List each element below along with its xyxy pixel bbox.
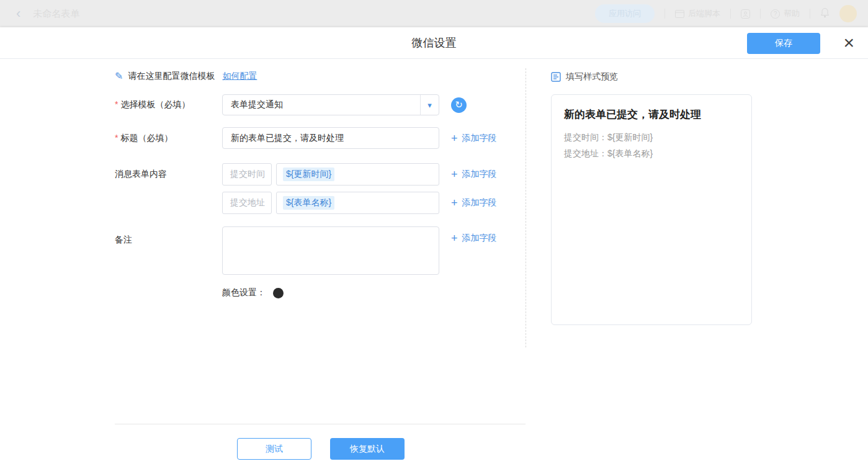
content-key-box: 提交时间 xyxy=(222,163,272,186)
field-token: ${表单名称} xyxy=(283,196,334,210)
content-row-1: 消息表单内容 提交时间 ${更新时间} + 添加字段 xyxy=(115,163,497,186)
add-field-link[interactable]: + 添加字段 xyxy=(451,233,497,244)
plus-icon: + xyxy=(451,133,458,144)
page-title: 微信设置 xyxy=(0,27,868,59)
plus-icon: + xyxy=(451,197,458,208)
remark-label: 备注 xyxy=(115,226,222,246)
restore-default-button[interactable]: 恢复默认 xyxy=(330,438,405,460)
required-mark: * xyxy=(115,133,118,143)
test-button[interactable]: 测试 xyxy=(237,438,311,460)
add-field-link[interactable]: + 添加字段 xyxy=(451,197,497,208)
save-button[interactable]: 保存 xyxy=(747,33,820,54)
chevron-down-icon[interactable]: ▾ xyxy=(420,95,439,115)
content-value-input[interactable]: ${表单名称} xyxy=(276,192,439,214)
user-icon xyxy=(741,9,750,19)
template-select-value: 表单提交通知 xyxy=(223,99,420,110)
title-row: *标题（必填） + 添加字段 xyxy=(115,127,497,149)
config-hint-row: ✎ 请在这里配置微信模板 如何配置 xyxy=(115,70,257,82)
bell-icon[interactable] xyxy=(820,7,830,20)
close-icon[interactable]: × xyxy=(843,31,854,55)
divider xyxy=(664,9,665,19)
bottom-divider xyxy=(115,424,526,424)
app-access-button[interactable]: 应用访问 xyxy=(595,4,655,23)
content-section-label: 消息表单内容 xyxy=(115,169,222,180)
title-label: *标题（必填） xyxy=(115,133,222,144)
backend-script-label: 后端脚本 xyxy=(688,8,720,19)
plus-icon: + xyxy=(451,233,458,244)
add-field-link[interactable]: + 添加字段 xyxy=(451,133,497,144)
template-label: *选择模板（必填） xyxy=(115,99,222,110)
add-field-link[interactable]: + 添加字段 xyxy=(451,169,497,180)
pencil-icon: ✎ xyxy=(115,70,123,82)
title-input[interactable] xyxy=(222,127,439,149)
config-hint-text: 请在这里配置微信模板 xyxy=(128,71,215,82)
vertical-dashed-divider xyxy=(526,68,526,347)
preview-line: 提交地址：${表单名称} xyxy=(564,145,739,161)
required-mark: * xyxy=(115,99,118,109)
title-label-text: 标题（必填） xyxy=(120,133,172,143)
question-icon: ? xyxy=(771,9,780,19)
divider xyxy=(730,9,731,19)
preview-header-label: 填写样式预览 xyxy=(566,71,618,83)
divider xyxy=(810,9,810,19)
preview-doc-icon xyxy=(551,72,561,82)
template-row: *选择模板（必填） 表单提交通知 ▾ ↻ xyxy=(115,94,467,115)
field-token: ${更新时间} xyxy=(283,168,334,181)
window-icon xyxy=(675,10,684,18)
preview-card: 新的表单已提交，请及时处理 提交时间：${更新时间} 提交地址：${表单名称} xyxy=(551,94,752,325)
content-row-2: 提交地址 ${表单名称} + 添加字段 xyxy=(115,192,497,214)
how-to-configure-link[interactable]: 如何配置 xyxy=(222,71,257,82)
add-field-label: 添加字段 xyxy=(462,133,497,144)
template-select[interactable]: 表单提交通知 ▾ xyxy=(222,94,439,115)
template-label-text: 选择模板（必填） xyxy=(120,99,190,109)
preview-line: 提交时间：${更新时间} xyxy=(564,129,739,145)
screen: ‹ 未命名表单 应用访问 后端脚本 ? 帮助 xyxy=(0,0,868,474)
topbar: ‹ 未命名表单 应用访问 后端脚本 ? 帮助 xyxy=(0,0,868,27)
preview-header: 填写样式预览 xyxy=(551,71,618,83)
help-button[interactable]: ? 帮助 xyxy=(771,8,800,19)
add-field-label: 添加字段 xyxy=(462,197,497,208)
preview-title: 新的表单已提交，请及时处理 xyxy=(564,107,739,122)
help-label: 帮助 xyxy=(784,8,800,19)
backend-script-button[interactable]: 后端脚本 xyxy=(675,8,720,19)
back-icon[interactable]: ‹ xyxy=(16,7,20,20)
add-field-label: 添加字段 xyxy=(462,169,497,180)
modal-header: 微信设置 保存 × xyxy=(0,27,868,59)
remark-textarea[interactable] xyxy=(222,226,439,275)
avatar[interactable] xyxy=(839,5,857,22)
form-name: 未命名表单 xyxy=(33,8,79,20)
wechat-settings-modal: 微信设置 保存 × ✎ 请在这里配置微信模板 如何配置 *选择模板（必填） 表单… xyxy=(0,27,868,474)
user-panel-button[interactable] xyxy=(741,9,750,19)
divider xyxy=(760,9,761,19)
refresh-button[interactable]: ↻ xyxy=(451,97,467,113)
content-key-box: 提交地址 xyxy=(222,192,272,214)
color-setting-row: 颜色设置： xyxy=(222,287,284,298)
color-setting-label: 颜色设置： xyxy=(222,287,266,298)
color-swatch[interactable] xyxy=(273,288,284,298)
modal-content: ✎ 请在这里配置微信模板 如何配置 *选择模板（必填） 表单提交通知 ▾ ↻ *… xyxy=(0,59,868,474)
plus-icon: + xyxy=(451,169,458,180)
add-field-label: 添加字段 xyxy=(462,233,497,244)
remark-row: 备注 + 添加字段 xyxy=(115,226,497,275)
content-value-input[interactable]: ${更新时间} xyxy=(276,163,439,186)
